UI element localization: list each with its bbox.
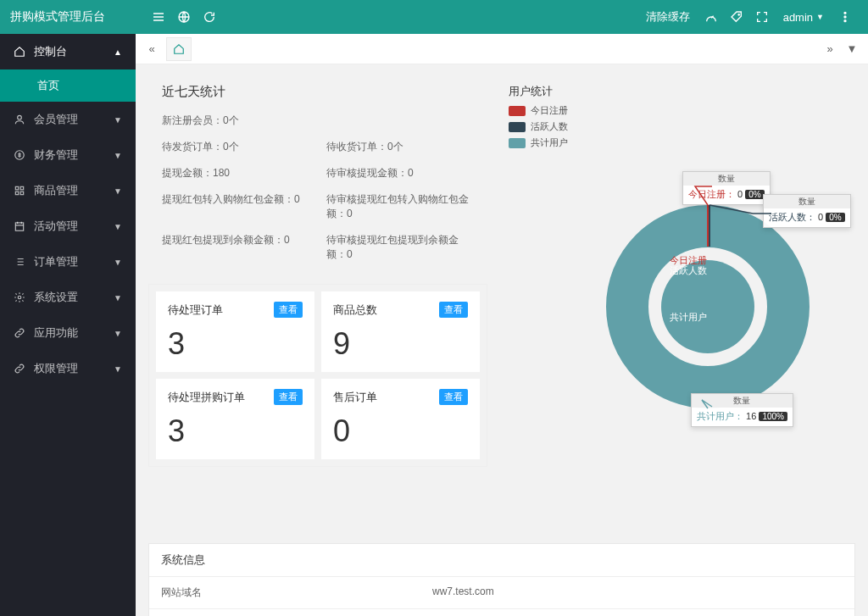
globe-icon <box>177 10 191 24</box>
fullscreen-button[interactable] <box>749 4 775 30</box>
sidebar-item-label: 商品管理 <box>34 183 78 198</box>
sidebar-subitem-home[interactable]: 首页 <box>0 69 136 102</box>
top-header: 拼购模式管理后台 清除缓存 admin▼ <box>0 0 868 34</box>
chevron-down-icon: ▼ <box>114 258 122 267</box>
stat-item: 待审核提现红包转入购物红包金额：0 <box>326 192 474 221</box>
svg-rect-7 <box>15 186 19 190</box>
stat-card: 售后订单查看0 <box>321 379 480 459</box>
legend-swatch <box>509 138 526 148</box>
sidebar-item-label: 订单管理 <box>34 254 78 269</box>
chevron-down-icon: ▼ <box>114 222 122 231</box>
stat-item: 新注册会员：0个 <box>162 114 309 128</box>
sidebar-item-orders[interactable]: 订单管理▼ <box>0 244 136 280</box>
sidebar-item-members[interactable]: 会员管理▼ <box>0 102 136 137</box>
sysinfo-value: ww7.test.com <box>420 577 854 608</box>
stat-item: 提现红包提现到余额金额：0 <box>162 233 309 262</box>
card-title: 商品总数 <box>333 302 377 318</box>
sidebar-item-goods[interactable]: 商品管理▼ <box>0 173 136 208</box>
tab-strip: « » ▼ <box>136 34 868 64</box>
more-button[interactable] <box>832 4 858 30</box>
chevron-down-icon: ▼ <box>114 151 122 160</box>
legend-item[interactable]: 活跃人数 <box>509 120 855 133</box>
svg-point-4 <box>844 20 846 22</box>
legend-item[interactable]: 今日注册 <box>509 104 855 117</box>
stat-card: 待处理拼购订单查看3 <box>156 379 314 459</box>
sidebar-item-console[interactable]: 控制台 ▲ <box>0 34 136 69</box>
sidebar-item-permissions[interactable]: 权限管理▼ <box>0 351 136 386</box>
view-button[interactable]: 查看 <box>439 389 468 405</box>
chevron-down-icon: ▼ <box>114 186 122 196</box>
svg-point-5 <box>18 115 22 119</box>
content-body[interactable]: 近七天统计 新注册会员：0个待发货订单：0个待收货订单：0个提现金额：180待审… <box>136 64 868 616</box>
stat-card: 待处理订单查看3 <box>156 291 314 372</box>
sidebar-item-activity[interactable]: 活动管理▼ <box>0 208 136 244</box>
tabs-prev-button[interactable]: « <box>141 38 163 60</box>
tag-button[interactable] <box>724 4 749 30</box>
sidebar-item-label: 系统设置 <box>34 290 78 305</box>
tab-home[interactable] <box>166 37 192 61</box>
chevron-up-icon: ▲ <box>114 47 122 57</box>
sysinfo-key: 网站域名 <box>149 577 420 608</box>
clear-cache-button[interactable]: 清除缓存 <box>646 9 690 25</box>
svg-rect-9 <box>15 191 19 195</box>
refresh-button[interactable] <box>197 4 222 30</box>
svg-point-2 <box>844 12 846 14</box>
legend-label: 今日注册 <box>531 104 568 117</box>
user-menu[interactable]: admin▼ <box>783 11 824 24</box>
card-value: 0 <box>333 413 468 449</box>
card-title: 待处理订单 <box>168 302 223 318</box>
gauge-icon <box>704 10 718 24</box>
chart-legend: 今日注册活跃人数共计用户 <box>500 103 855 154</box>
leader-lines <box>500 154 865 459</box>
view-button[interactable]: 查看 <box>274 389 303 405</box>
dashboard-button[interactable] <box>698 4 724 30</box>
sidebar-item-apps[interactable]: 应用功能▼ <box>0 315 136 351</box>
sidebar-item-label: 会员管理 <box>34 112 78 127</box>
sysinfo-row: 网站目录C:/wwwroot/ww7.test.com <box>149 609 854 616</box>
legend-label: 共计用户 <box>531 136 568 149</box>
system-info-title: 系统信息 <box>149 544 854 577</box>
view-button[interactable]: 查看 <box>274 302 303 318</box>
svg-point-12 <box>18 296 21 299</box>
chevron-down-icon: ▼ <box>114 115 122 125</box>
stats7-grid: 新注册会员：0个待发货订单：0个待收货订单：0个提现金额：180待审核提现金额：… <box>162 114 474 262</box>
user-name: admin <box>783 11 813 24</box>
stat-item: 待审核提现金额：0 <box>326 166 474 180</box>
sidebar: 控制台 ▲ 首页 会员管理▼ 财务管理▼ 商品管理▼ 活动管理▼ 订单管理▼ 系… <box>0 34 136 616</box>
svg-rect-8 <box>20 186 24 190</box>
stat-card: 商品总数查看9 <box>321 291 480 372</box>
chevron-down-icon: ▼ <box>114 293 122 302</box>
calendar-icon <box>14 220 25 232</box>
stat-item: 待审核提现红包提现到余额金额：0 <box>326 233 474 262</box>
sidebar-item-label: 活动管理 <box>34 219 78 234</box>
menu-icon <box>152 10 165 24</box>
list-icon <box>14 256 25 268</box>
more-vertical-icon <box>838 10 852 24</box>
view-button[interactable]: 查看 <box>439 302 468 318</box>
sidebar-item-settings[interactable]: 系统设置▼ <box>0 280 136 315</box>
chart-title: 用户统计 <box>500 77 855 103</box>
donut-chart: 今日注册 活跃人数 共计用户 数量 今日注册： 0 0% 数量 活跃人数： <box>500 154 855 459</box>
sidebar-item-label: 财务管理 <box>34 147 78 163</box>
stat-item: 提现金额：180 <box>162 166 309 180</box>
sidebar-item-finance[interactable]: 财务管理▼ <box>0 137 136 173</box>
menu-toggle-button[interactable] <box>146 4 171 30</box>
stat-item: 提现红包转入购物红包金额：0 <box>162 192 309 221</box>
card-value: 9 <box>333 326 468 362</box>
stat-item: 待发货订单：0个 <box>162 140 309 154</box>
stats7-title: 近七天统计 <box>148 77 487 107</box>
legend-item[interactable]: 共计用户 <box>509 136 855 149</box>
cards-panel: 待处理订单查看3商品总数查看9待处理拼购订单查看3售后订单查看0 <box>148 284 487 467</box>
card-title: 售后订单 <box>333 390 377 405</box>
sysinfo-row: 网站域名ww7.test.com <box>149 577 854 609</box>
globe-button[interactable] <box>171 4 197 30</box>
sidebar-item-label: 权限管理 <box>34 361 78 376</box>
svg-rect-11 <box>15 223 23 230</box>
tag-icon <box>730 10 743 24</box>
tabs-menu-button[interactable]: ▼ <box>841 38 863 60</box>
card-title: 待处理拼购订单 <box>168 390 245 405</box>
svg-point-1 <box>738 14 739 15</box>
tabs-next-button[interactable]: » <box>819 38 841 60</box>
legend-label: 活跃人数 <box>531 120 568 133</box>
legend-swatch <box>509 122 526 132</box>
